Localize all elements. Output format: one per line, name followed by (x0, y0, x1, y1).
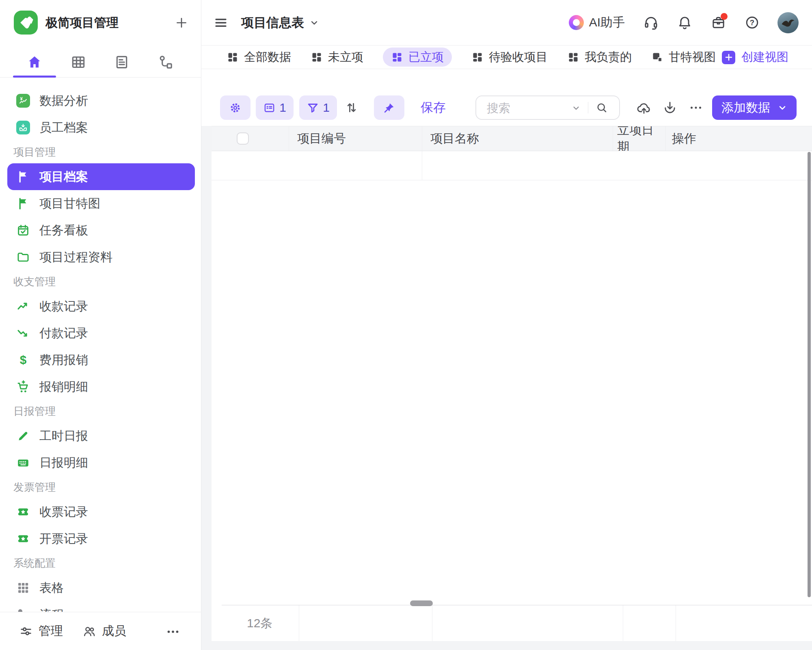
add-data-button[interactable]: 添加数据 (712, 95, 797, 120)
tab-已立项[interactable]: 已立项 (383, 48, 452, 67)
briefcase-icon[interactable] (711, 15, 726, 30)
sort-button[interactable] (343, 95, 361, 120)
sidebar-nav-tab-home[interactable] (26, 54, 43, 70)
toolbar-more-button[interactable] (687, 95, 705, 120)
sidebar-item[interactable]: ¥数据分析 (0, 87, 201, 114)
sidebar-item-label: 报销明细 (39, 379, 88, 395)
user-avatar[interactable] (777, 12, 799, 33)
footer-users-button[interactable]: 成员 (83, 612, 126, 650)
title-chevron-down-icon[interactable] (309, 17, 320, 28)
app-title: 极简项目管理 (45, 0, 119, 46)
footer-sliders-button[interactable]: 管理 (19, 612, 63, 650)
create-view-button[interactable]: 创建视图 (722, 49, 788, 65)
pin-button[interactable] (374, 95, 404, 120)
search-box (475, 95, 620, 120)
grid-view-icon (391, 51, 403, 63)
sidebar-more-icon[interactable] (166, 624, 180, 639)
field-card-icon (263, 102, 276, 114)
header-select-column (212, 126, 289, 151)
record-count: 12条 (222, 605, 299, 641)
sidebar-item[interactable]: 开票记录 (0, 525, 201, 552)
sidebar-item-label: 项目甘特图 (39, 195, 100, 212)
toolbar: 1 1 保存 (201, 69, 812, 126)
sidebar-item-label: 费用报销 (39, 352, 88, 368)
sidebar-item[interactable]: 工时日报 (0, 422, 201, 449)
filter-button[interactable]: 1 (299, 95, 337, 120)
calendar-check-icon (16, 223, 30, 237)
grid-view-icon (227, 51, 239, 63)
export-button[interactable] (661, 95, 679, 120)
import-button[interactable] (635, 95, 653, 120)
column-header-操作: 操作 (666, 126, 812, 151)
sidebar-nav-tab-nav-flow[interactable] (158, 54, 174, 70)
flag-icon (16, 197, 30, 210)
group-header-row (212, 151, 812, 180)
sidebar-item[interactable]: 项目甘特图 (0, 190, 201, 217)
sidebar-item-label: 员工档案 (39, 119, 88, 136)
sidebar-item[interactable]: 表格 (0, 574, 201, 601)
table-bottom-fill (201, 641, 812, 650)
notifications-bell-icon[interactable] (677, 15, 692, 30)
sort-arrows-icon (345, 101, 358, 115)
tab-未立项[interactable]: 未立项 (311, 48, 363, 67)
search-input[interactable] (486, 98, 581, 118)
tab-label: 全部数据 (244, 49, 291, 65)
search-separator (588, 102, 588, 113)
sidebar-item-label: 收票记录 (39, 504, 88, 520)
filter-count: 1 (323, 101, 330, 115)
sidebar-item[interactable]: 报销明细 (0, 373, 201, 400)
grid-view-icon (311, 51, 323, 63)
add-data-label: 添加数据 (721, 100, 770, 116)
ai-assistant-button[interactable]: AI助手 (569, 14, 625, 31)
sidebar-nav-tab-nav-table[interactable] (70, 54, 86, 70)
download-icon (663, 100, 677, 115)
sidebar-item[interactable]: 项目过程资料 (0, 244, 201, 271)
grid-nine-icon (16, 581, 30, 595)
sidebar-item[interactable]: 收款记录 (0, 293, 201, 320)
sidebar-header: 极简项目管理 (0, 0, 201, 46)
horizontal-scrollbar[interactable] (410, 600, 433, 606)
sidebar-item-label: 收款记录 (39, 298, 88, 315)
select-all-checkbox[interactable] (237, 132, 249, 145)
search-chevron-down-icon[interactable] (571, 103, 581, 113)
sidebar-item[interactable]: 付款记录 (0, 320, 201, 347)
sidebar-item-label: 开票记录 (39, 531, 88, 547)
help-icon[interactable]: ? (745, 15, 760, 30)
sidebar-item[interactable]: 收票记录 (0, 498, 201, 525)
sidebar-item[interactable]: 流程 (0, 601, 201, 612)
tab-全部数据[interactable]: 全部数据 (227, 48, 291, 67)
add-workspace-icon[interactable] (175, 16, 188, 30)
column-header-项目名称: 项目名称 (422, 126, 613, 151)
ai-assistant-icon (569, 15, 584, 30)
sidebar-section-title: 发票管理 (0, 476, 201, 498)
dollar-icon: $ (16, 353, 30, 367)
chart-analytics-icon: ¥ (16, 94, 30, 108)
sidebar-footer: 管理成员 (0, 612, 201, 650)
sidebar-item[interactable]: 任务看板 (0, 217, 201, 244)
sidebar-nav-tab-nav-document[interactable] (114, 54, 130, 70)
hamburger-menu-icon[interactable] (214, 15, 228, 30)
sidebar-item[interactable]: $费用报销 (0, 347, 201, 373)
settings-gear-button[interactable] (220, 95, 251, 120)
save-label: 保存 (421, 99, 446, 116)
tab-待验收项目[interactable]: 待验收项目 (471, 48, 548, 67)
save-button[interactable]: 保存 (421, 95, 446, 120)
vertical-scrollbar[interactable] (808, 152, 811, 597)
main-area: 项目信息表 AI助手 ? 全部数据未立项已立项待验收项目我负责的甘特视图 (201, 0, 812, 650)
ellipsis-icon (689, 100, 703, 115)
tab-label: 已立项 (408, 49, 444, 65)
sidebar-item[interactable]: 日报明细 (0, 449, 201, 476)
field-config-button[interactable]: 1 (256, 95, 294, 120)
search-icon[interactable] (596, 102, 608, 114)
footer-item-label: 成员 (102, 623, 126, 639)
field-count: 1 (279, 101, 286, 115)
tab-我负责的[interactable]: 我负责的 (567, 48, 632, 67)
pencil-icon (16, 429, 30, 443)
create-view-area: 创建视图 (704, 46, 812, 69)
sidebar-section-title: 日报管理 (0, 400, 201, 422)
sidebar-item[interactable]: 项目档案 (7, 163, 195, 190)
headset-support-icon[interactable] (644, 15, 659, 30)
folder-icon (16, 250, 30, 264)
sidebar-item[interactable]: 员工档案 (0, 114, 201, 141)
trend-down-icon (16, 326, 30, 340)
